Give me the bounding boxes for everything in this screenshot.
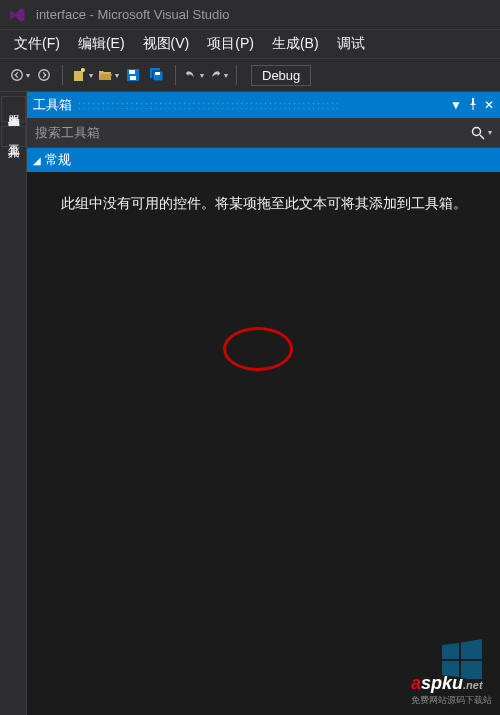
chevron-down-icon: ▾: [200, 71, 204, 80]
redo-button[interactable]: ▾: [208, 68, 228, 82]
panel-dropdown-icon[interactable]: ▼: [450, 98, 462, 112]
toolbox-searchbox: ▾: [27, 118, 500, 148]
nav-forward-button[interactable]: [34, 65, 54, 85]
svg-point-1: [39, 70, 50, 81]
toolbox-title: 工具箱: [33, 96, 72, 114]
svg-point-0: [12, 70, 23, 81]
left-sidetabs: 服务器资源管理器 工具箱: [0, 92, 26, 715]
open-button[interactable]: ▾: [97, 67, 119, 83]
save-all-button[interactable]: [147, 65, 167, 85]
main-layout: 服务器资源管理器 工具箱 工具箱 :::::::::::::::::::::::…: [0, 92, 500, 715]
undo-button[interactable]: ▾: [184, 68, 204, 82]
menu-debug[interactable]: 调试: [337, 35, 365, 53]
svg-rect-2: [74, 71, 83, 81]
toolbox-content[interactable]: 此组中没有可用的控件。将某项拖至此文本可将其添加到工具箱。: [27, 172, 500, 715]
new-item-button[interactable]: ▾: [71, 67, 93, 83]
toolbar: ▾ ▾ ▾ ▾ ▾ Debug: [0, 58, 500, 92]
watermark-suffix: .net: [463, 679, 483, 691]
watermark: aspku.net 免费网站源码下载站: [411, 673, 492, 707]
svg-rect-9: [155, 72, 160, 75]
pin-icon[interactable]: [468, 98, 478, 113]
chevron-down-icon: ▾: [488, 128, 492, 137]
menu-edit[interactable]: 编辑(E): [78, 35, 125, 53]
nav-back-button[interactable]: ▾: [10, 68, 30, 82]
sidetab-server-explorer[interactable]: 服务器资源管理器: [1, 96, 26, 122]
svg-point-3: [81, 68, 85, 72]
vs-logo-icon: [6, 4, 28, 26]
svg-rect-5: [129, 70, 135, 74]
search-icon[interactable]: ▾: [470, 125, 492, 141]
titlebar: interface - Microsoft Visual Studio: [0, 0, 500, 30]
menu-build[interactable]: 生成(B): [272, 35, 319, 53]
svg-point-10: [473, 127, 481, 135]
chevron-down-icon: ▾: [89, 71, 93, 80]
toolbar-separator: [175, 65, 176, 85]
menu-project[interactable]: 项目(P): [207, 35, 254, 53]
toolbox-empty-message: 此组中没有可用的控件。将某项拖至此文本可将其添加到工具箱。: [27, 172, 500, 214]
toolbox-panel: 工具箱 ::::::::::::::::::::::::::::::::::::…: [26, 92, 500, 715]
window-title: interface - Microsoft Visual Studio: [36, 7, 229, 22]
expander-down-icon: ◢: [33, 155, 41, 166]
chevron-down-icon: ▾: [224, 71, 228, 80]
sidetab-toolbox[interactable]: 工具箱: [1, 126, 26, 147]
config-debug-dropdown[interactable]: Debug: [251, 65, 311, 86]
menu-file[interactable]: 文件(F): [14, 35, 60, 53]
toolbar-separator: [236, 65, 237, 85]
chevron-down-icon: ▾: [115, 71, 119, 80]
category-label: 常规: [45, 151, 71, 169]
toolbox-header: 工具箱 ::::::::::::::::::::::::::::::::::::…: [27, 92, 500, 118]
chevron-down-icon: ▾: [26, 71, 30, 80]
search-input[interactable]: [35, 125, 470, 140]
watermark-brand-rest: spku: [421, 673, 463, 693]
svg-rect-6: [130, 76, 136, 80]
menubar: 文件(F) 编辑(E) 视图(V) 项目(P) 生成(B) 调试: [0, 30, 500, 58]
save-button[interactable]: [123, 65, 143, 85]
watermark-tagline: 免费网站源码下载站: [411, 694, 492, 707]
toolbox-category-general[interactable]: ◢ 常规: [27, 148, 500, 172]
annotation-circle: [223, 327, 293, 371]
header-grip: ::::::::::::::::::::::::::::::::::::::::…: [78, 100, 450, 111]
toolbar-separator: [62, 65, 63, 85]
menu-view[interactable]: 视图(V): [143, 35, 190, 53]
watermark-brand-a: a: [411, 673, 421, 693]
close-icon[interactable]: ✕: [484, 98, 494, 112]
